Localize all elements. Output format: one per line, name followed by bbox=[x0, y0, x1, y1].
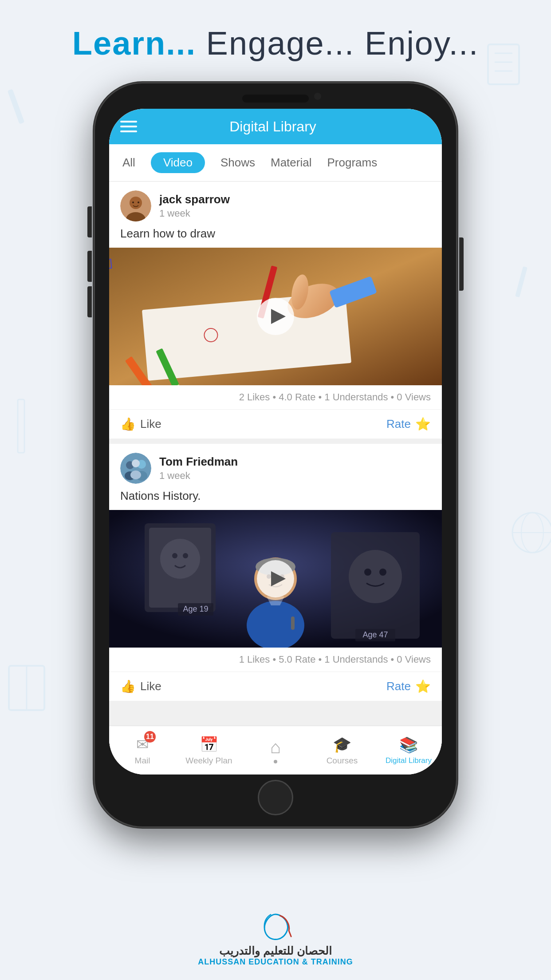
weekly-plan-label: Weekly Plan bbox=[185, 756, 232, 766]
nav-item-weekly-plan[interactable]: 📅 Weekly Plan bbox=[176, 735, 242, 766]
phone-home-button[interactable] bbox=[258, 780, 293, 815]
bottom-spacer bbox=[109, 706, 442, 715]
svg-point-36 bbox=[132, 459, 140, 467]
filter-tabs: All Video Shows Material Programs bbox=[109, 144, 442, 182]
mail-badge: 11 bbox=[144, 731, 156, 743]
phone-camera bbox=[314, 93, 321, 100]
tab-all[interactable]: All bbox=[122, 152, 135, 173]
post-time-2: 1 week bbox=[159, 470, 431, 482]
svg-text:Age 47: Age 47 bbox=[362, 630, 388, 639]
app-content: Digital Library All Video Shows Material… bbox=[109, 109, 442, 775]
brand-text-arabic: الحصان للتعليم والتدريب bbox=[198, 944, 353, 957]
top-bar: Digital Library bbox=[109, 109, 442, 144]
svg-rect-58 bbox=[291, 616, 295, 630]
post-time-1: 1 week bbox=[159, 208, 431, 219]
tab-programs[interactable]: Programs bbox=[327, 152, 377, 173]
avatar-jack bbox=[120, 190, 151, 221]
phone-screen: Digital Library All Video Shows Material… bbox=[109, 109, 442, 775]
svg-rect-0 bbox=[8, 89, 25, 124]
post-card-1: jack sparrow 1 week Learn how to draw bbox=[109, 182, 442, 439]
rate-label-2: Rate bbox=[386, 680, 411, 693]
svg-point-47 bbox=[349, 550, 402, 603]
svg-point-52 bbox=[247, 601, 304, 648]
post-card-2: Tom Friedman 1 week Nations History. bbox=[109, 444, 442, 701]
post-meta-1: jack sparrow 1 week bbox=[159, 193, 431, 219]
rate-button-1[interactable]: Rate ⭐ bbox=[386, 417, 431, 431]
nav-item-mail[interactable]: ✉ 11 Mail bbox=[109, 735, 176, 766]
home-icon: ⌂ bbox=[270, 737, 281, 757]
post-author-1: jack sparrow bbox=[159, 193, 431, 206]
svg-rect-8 bbox=[18, 399, 24, 453]
bottom-nav: ✉ 11 Mail 📅 Weekly Plan ⌂ bbox=[109, 726, 442, 775]
hamburger-menu[interactable] bbox=[120, 121, 137, 132]
action-row-1: 👍 Like Rate ⭐ bbox=[109, 410, 442, 439]
slogan-rest: Engage... Enjoy... bbox=[196, 25, 479, 62]
nav-item-home[interactable]: ⌂ bbox=[242, 737, 309, 763]
svg-point-16 bbox=[138, 202, 139, 203]
stats-1: 2 Likes • 4.0 Rate • 1 Understands • 0 V… bbox=[109, 385, 442, 410]
rate-button-2[interactable]: Rate ⭐ bbox=[386, 679, 431, 694]
svg-point-43 bbox=[183, 553, 188, 558]
svg-rect-5 bbox=[9, 666, 44, 710]
stats-2: 1 Likes • 5.0 Rate • 1 Understands • 0 V… bbox=[109, 648, 442, 672]
svg-point-9 bbox=[512, 513, 551, 553]
app-title: Digital Library bbox=[137, 119, 409, 135]
tab-material[interactable]: Material bbox=[271, 152, 311, 173]
star-icon-2: ⭐ bbox=[415, 679, 431, 694]
phone-shell: Digital Library All Video Shows Material… bbox=[94, 82, 457, 828]
weekly-plan-icon: 📅 bbox=[200, 735, 218, 753]
svg-point-13 bbox=[130, 197, 142, 209]
hamburger-line-3 bbox=[120, 130, 137, 132]
post-author-2: Tom Friedman bbox=[159, 455, 431, 469]
svg-point-15 bbox=[132, 202, 134, 203]
video-thumb-1[interactable] bbox=[109, 248, 442, 385]
slogan-bold: Learn... bbox=[72, 25, 196, 62]
header-slogan: Learn... Engage... Enjoy... bbox=[72, 25, 479, 62]
action-row-2: 👍 Like Rate ⭐ bbox=[109, 672, 442, 701]
tab-video[interactable]: Video bbox=[151, 152, 205, 173]
feed-scroll[interactable]: jack sparrow 1 week Learn how to draw bbox=[109, 182, 442, 726]
post-header-2: Tom Friedman 1 week bbox=[109, 444, 442, 489]
phone-device: Digital Library All Video Shows Material… bbox=[94, 82, 457, 828]
thumbs-up-icon-1: 👍 bbox=[120, 417, 136, 431]
post-title-2: Nations History. bbox=[109, 489, 442, 510]
svg-point-10 bbox=[521, 513, 543, 553]
svg-text:Age 19: Age 19 bbox=[183, 605, 208, 613]
brand-logo bbox=[256, 912, 295, 941]
mail-label: Mail bbox=[135, 756, 150, 766]
courses-icon: 🎓 bbox=[333, 735, 351, 753]
post-header-1: jack sparrow 1 week bbox=[109, 182, 442, 227]
svg-point-49 bbox=[379, 569, 386, 576]
svg-point-41 bbox=[160, 539, 200, 579]
post-title-1: Learn how to draw bbox=[109, 227, 442, 248]
like-label-1: Like bbox=[140, 417, 161, 431]
star-icon-1: ⭐ bbox=[415, 417, 431, 431]
avatar-tom bbox=[120, 453, 151, 484]
thumbs-up-icon-2: 👍 bbox=[120, 679, 136, 694]
like-button-1[interactable]: 👍 Like bbox=[120, 417, 386, 431]
svg-point-48 bbox=[364, 569, 371, 576]
brand-text-english: ALHUSSAN EDUCATION & TRAINING bbox=[198, 957, 353, 967]
tab-shows[interactable]: Shows bbox=[220, 152, 255, 173]
digital-library-label: Digital Library bbox=[386, 756, 432, 765]
svg-rect-7 bbox=[515, 266, 527, 297]
video-thumb-2[interactable]: Age 19 Age 47 bbox=[109, 510, 442, 648]
hamburger-line-2 bbox=[120, 126, 137, 127]
nav-item-digital-library[interactable]: 📚 Digital Library bbox=[375, 736, 442, 765]
home-dot bbox=[274, 760, 277, 763]
svg-point-42 bbox=[172, 553, 177, 558]
svg-point-37 bbox=[130, 470, 141, 479]
digital-library-icon: 📚 bbox=[399, 736, 418, 754]
post-meta-2: Tom Friedman 1 week bbox=[159, 455, 431, 482]
phone-earpiece bbox=[242, 95, 309, 103]
nav-item-courses[interactable]: 🎓 Courses bbox=[309, 735, 375, 766]
like-button-2[interactable]: 👍 Like bbox=[120, 679, 386, 694]
like-label-2: Like bbox=[140, 680, 161, 693]
rate-label-1: Rate bbox=[386, 417, 411, 431]
hamburger-line-1 bbox=[120, 121, 137, 122]
footer-brand: الحصان للتعليم والتدريب ALHUSSAN EDUCATI… bbox=[198, 912, 353, 967]
courses-label: Courses bbox=[327, 756, 358, 766]
